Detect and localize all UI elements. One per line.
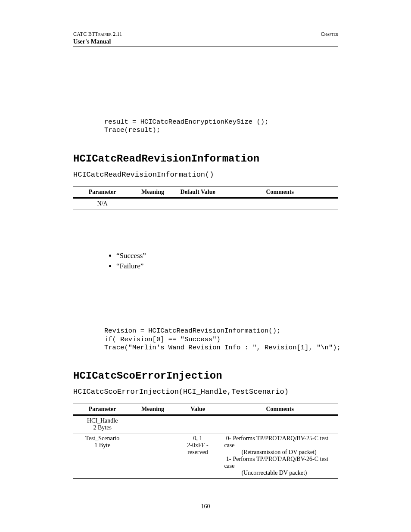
cell-line: 2-0xFF - <box>187 442 208 448</box>
th-parameter: Parameter <box>73 187 131 198</box>
header-right: Chapter <box>321 31 338 37</box>
th-value: Default Value <box>174 187 222 198</box>
cell-line: reserved <box>187 449 208 455</box>
section-title-scoerror: HCICatcScoErrorInjection <box>73 370 338 382</box>
table-row: Test_Scenario 1 Byte 0, 1 2-0xFF - reser… <box>73 433 338 479</box>
header-rule <box>73 47 338 47</box>
th-comments: Comments <box>221 187 338 198</box>
param-table-1: Parameter Meaning Default Value Comments… <box>73 187 338 209</box>
table-row: HCI_Handle 2 Bytes <box>73 415 338 433</box>
th-meaning: Meaning <box>131 187 174 198</box>
comment-num: 0- <box>224 435 231 442</box>
cell-comments <box>221 198 338 209</box>
cell-meaning <box>131 198 174 209</box>
signature-readrevision: HCICatcReadRevisionInformation() <box>73 171 338 179</box>
table-header-row: Parameter Meaning Default Value Comments <box>73 187 338 198</box>
list-item: “Failure” <box>116 261 338 271</box>
cell-comments: 0-Performs TP/PROT/ARQ/BV-25-C test case… <box>221 433 338 479</box>
cell-meaning <box>131 433 174 479</box>
comment-text: (Retransmission of DV packet) <box>224 449 336 456</box>
code-block-2: Revision = HCICatcReadRevisionInformatio… <box>104 327 338 352</box>
code-block-1: result = HCICatcReadEncryptionKeySize ()… <box>104 118 338 135</box>
manual-title: User's Manual <box>73 38 338 45</box>
cell-value <box>174 198 222 209</box>
cell-comments <box>221 415 338 433</box>
header-product-suffix: Trainer <box>95 31 112 37</box>
comment-text: Performs TP/PROT/ARQ/BV-26-C test case <box>224 456 328 469</box>
th-meaning: Meaning <box>131 404 174 415</box>
table-row: N/A <box>73 198 338 209</box>
cell-parameter: N/A <box>73 198 131 209</box>
cell-meaning <box>131 415 174 433</box>
cell-value <box>174 415 222 433</box>
cell-value: 0, 1 2-0xFF - reserved <box>174 433 222 479</box>
param-table-2: Parameter Meaning Value Comments HCI_Han… <box>73 404 338 479</box>
comment-text: Performs TP/PROT/ARQ/BV-25-C test case <box>224 435 328 448</box>
cell-line: Test_Scenario <box>85 435 119 442</box>
cell-parameter: Test_Scenario 1 Byte <box>73 433 131 479</box>
return-list: “Success” “Failure” <box>116 251 338 271</box>
cell-line: 0, 1 <box>193 435 202 442</box>
th-parameter: Parameter <box>73 404 131 415</box>
signature-scoerror: HCICatcScoErrorInjection(HCI_Handle,Test… <box>73 388 338 396</box>
table-header-row: Parameter Meaning Value Comments <box>73 404 338 415</box>
cell-line: 2 Bytes <box>93 424 111 431</box>
comment-text: (Uncorrectable DV packet) <box>224 470 336 476</box>
cell-line: HCI_Handle <box>87 417 118 424</box>
list-item: “Success” <box>116 251 338 261</box>
page-number: 160 <box>0 503 411 510</box>
cell-line: 1 Byte <box>94 442 110 448</box>
th-value: Value <box>174 404 222 415</box>
cell-parameter: HCI_Handle 2 Bytes <box>73 415 131 433</box>
page-header: CATC BTTrainer 2.11 Chapter <box>73 31 338 37</box>
header-left: CATC BTTrainer 2.11 <box>73 31 122 37</box>
header-version: 2.11 <box>112 31 122 37</box>
section-title-readrevision: HCICatcReadRevisionInformation <box>73 153 338 165</box>
header-product: CATC BT <box>73 31 95 37</box>
comment-num: 1- <box>224 456 231 463</box>
th-comments: Comments <box>221 404 338 415</box>
